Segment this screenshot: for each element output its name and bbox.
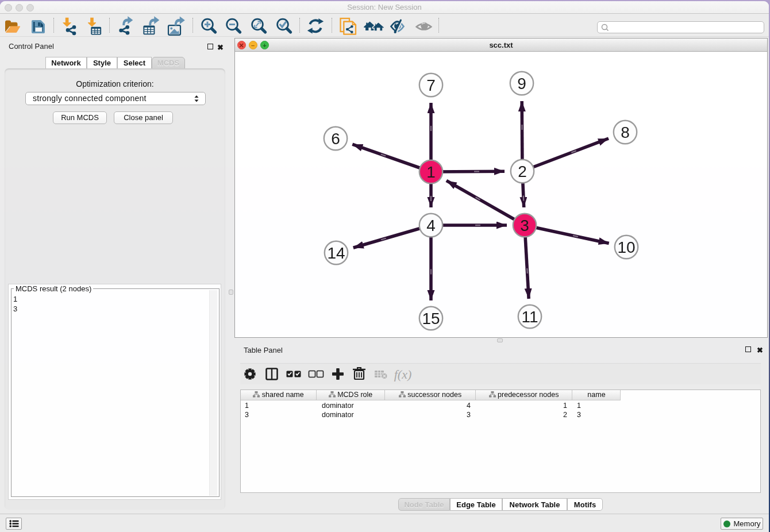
svg-text:4: 4 [426,217,436,234]
svg-text:2: 2 [518,163,527,180]
svg-text:9: 9 [517,75,526,92]
svg-text:15: 15 [422,310,440,327]
svg-text:10: 10 [617,238,635,256]
svg-text:7: 7 [426,76,436,94]
svg-text:f(x): f(x) [394,367,412,381]
svg-text:11: 11 [521,308,538,326]
svg-text:1: 1 [426,163,436,181]
svg-text:8: 8 [621,124,630,141]
svg-text:3: 3 [520,217,529,234]
svg-text:6: 6 [331,130,340,148]
svg-text:14: 14 [327,244,345,262]
